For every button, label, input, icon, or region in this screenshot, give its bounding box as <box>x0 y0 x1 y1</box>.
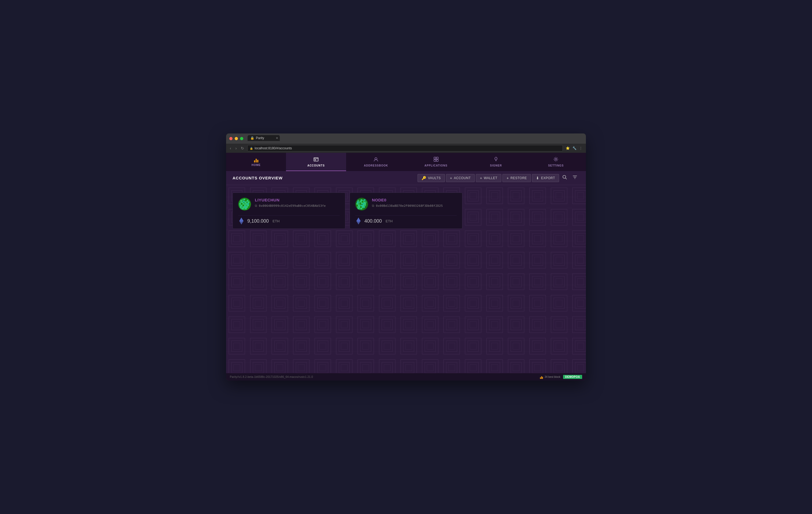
svg-rect-32 <box>239 205 241 206</box>
svg-rect-73 <box>365 205 366 206</box>
svg-rect-75 <box>358 206 360 208</box>
balance-amount-liyuechun: 9,100.000 <box>247 218 269 224</box>
svg-rect-35 <box>244 205 246 206</box>
svg-rect-3 <box>434 157 436 159</box>
restore-label: RESTORE <box>511 176 527 180</box>
accounts-grid: LIYUECHUN ⧉ 0x0064B0999c0142eE99aB0ceC05… <box>233 193 579 229</box>
svg-rect-23 <box>244 201 246 203</box>
svg-rect-69 <box>358 205 359 206</box>
copy-address-icon[interactable]: ⧉ <box>255 204 257 207</box>
svg-rect-34 <box>242 205 244 206</box>
account-avatar-node0 <box>355 198 368 210</box>
sidebar-item-addressbook[interactable]: ADDRESSBOOK <box>346 153 406 171</box>
add-account-icon: + <box>450 176 453 180</box>
vaults-label: VAULTS <box>428 176 441 180</box>
svg-rect-30 <box>246 203 247 205</box>
settings-icon <box>553 156 559 163</box>
svg-rect-53 <box>360 199 362 201</box>
svg-rect-17 <box>243 199 245 200</box>
svg-rect-37 <box>247 205 249 206</box>
account-balance-node0: 400.000 ETH <box>355 216 457 224</box>
status-right: 34 best block DEMOPOA <box>540 375 582 379</box>
account-address-liyuechun: 0x0064B0999c0142eE99aB0ceC054BAb53fe <box>259 204 326 207</box>
extension-btn-2[interactable]: 🔧 <box>572 146 577 151</box>
signer-nav-label: SIGNER <box>490 164 502 167</box>
filter-button[interactable] <box>570 173 579 182</box>
bar1 <box>254 160 255 163</box>
add-account-label: ACCOUNT <box>454 176 471 180</box>
page-title: ACCOUNTS OVERVIEW <box>233 176 283 180</box>
svg-rect-55 <box>364 199 366 201</box>
svg-rect-20 <box>240 201 241 203</box>
applications-icon <box>433 156 439 163</box>
sidebar-item-accounts[interactable]: ACCOUNTS <box>286 153 346 171</box>
account-header-node0: NODE0 ⧉ 0x00Bd138aBD70e2F00903268F3Db08f… <box>355 198 457 210</box>
tab-title: Parity <box>256 136 264 140</box>
svg-rect-0 <box>314 158 318 161</box>
block-bar-3 <box>542 377 543 379</box>
svg-rect-25 <box>248 201 250 203</box>
minimize-button[interactable] <box>235 137 238 140</box>
address-bar[interactable]: 🔒 localhost:8180/#/accounts <box>247 145 563 151</box>
svg-rect-33 <box>241 205 242 206</box>
svg-rect-80 <box>359 208 360 209</box>
account-info-liyuechun: LIYUECHUN ⧉ 0x0064B0999c0142eE99aB0ceC05… <box>255 198 340 207</box>
tab-close-icon[interactable]: ✕ <box>276 136 278 140</box>
svg-rect-78 <box>363 206 365 208</box>
block-chart-icon <box>540 375 543 379</box>
svg-rect-81 <box>360 208 362 209</box>
maximize-button[interactable] <box>240 137 243 140</box>
add-wallet-button[interactable]: + WALLET <box>476 174 501 182</box>
svg-rect-67 <box>365 203 366 205</box>
svg-rect-61 <box>365 201 367 203</box>
svg-rect-70 <box>359 205 361 206</box>
account-name-liyuechun: LIYUECHUN <box>255 198 340 202</box>
account-address-node0: 0x00Bd138aBD70e2F00903268F3Db08f2D25 <box>376 204 443 207</box>
address-row: ⧉ 0x0064B0999c0142eE99aB0ceC054BAb53fe <box>255 204 340 207</box>
sidebar-item-signer[interactable]: SIGNER <box>466 153 526 171</box>
account-balance-liyuechun: 9,100.000 ETH <box>238 216 340 224</box>
account-card-node0[interactable]: NODE0 ⧉ 0x00Bd138aBD70e2F00903268F3Db08f… <box>350 193 462 229</box>
search-button[interactable] <box>560 173 569 182</box>
svg-rect-38 <box>240 206 241 208</box>
status-bar: Parity//v1.8.2-beta-1b6588c-20171025/x86… <box>226 373 586 380</box>
app-container: HOME ACCOUNTS <box>226 153 586 380</box>
svg-rect-59 <box>362 201 363 202</box>
menu-button[interactable]: ⋮ <box>578 146 583 151</box>
svg-rect-24 <box>246 201 248 202</box>
browser-tab[interactable]: 🔒 Parity ✕ <box>248 135 280 141</box>
export-icon: ⬇ <box>536 176 540 180</box>
svg-rect-62 <box>356 203 358 205</box>
close-button[interactable] <box>229 137 233 140</box>
export-button[interactable]: ⬇ EXPORT <box>532 174 559 182</box>
copy-address-node0-icon[interactable]: ⧉ <box>372 204 374 207</box>
account-card-liyuechun[interactable]: LIYUECHUN ⧉ 0x0064B0999c0142eE99aB0ceC05… <box>233 193 345 229</box>
svg-rect-44 <box>242 208 243 209</box>
forward-button[interactable]: › <box>234 146 238 151</box>
sidebar-item-applications[interactable]: APPLICATIONS <box>406 153 466 171</box>
add-account-button[interactable]: + ACCOUNT <box>446 174 475 182</box>
balance-amount-node0: 400.000 <box>365 218 382 224</box>
svg-rect-36 <box>246 205 247 206</box>
restore-button[interactable]: + RESTORE <box>502 174 531 182</box>
settings-nav-label: SETTINGS <box>548 164 563 167</box>
svg-rect-42 <box>246 206 248 208</box>
svg-rect-65 <box>361 202 363 204</box>
eth-icon <box>238 218 244 224</box>
svg-rect-74 <box>357 206 358 208</box>
vaults-button[interactable]: 🔑 VAULTS <box>417 174 445 182</box>
svg-rect-82 <box>362 208 364 209</box>
restore-icon: + <box>506 176 509 180</box>
extension-btn-1[interactable]: ⭐ <box>565 146 571 151</box>
vaults-icon: 🔑 <box>422 176 427 180</box>
account-info-node0: NODE0 ⧉ 0x00Bd138aBD70e2F00903268F3Db08f… <box>372 198 457 207</box>
sidebar-item-home[interactable]: HOME <box>226 153 286 171</box>
eth-icon-node0 <box>355 218 362 224</box>
svg-rect-72 <box>363 205 365 206</box>
sidebar-item-settings[interactable]: SETTINGS <box>526 153 586 171</box>
browser-titlebar: 🔒 Parity ✕ <box>226 134 586 144</box>
address-text: localhost:8180/#/accounts <box>255 146 292 150</box>
refresh-button[interactable]: ↻ <box>240 146 245 151</box>
svg-rect-28 <box>242 203 244 205</box>
back-button[interactable]: ‹ <box>229 146 232 151</box>
